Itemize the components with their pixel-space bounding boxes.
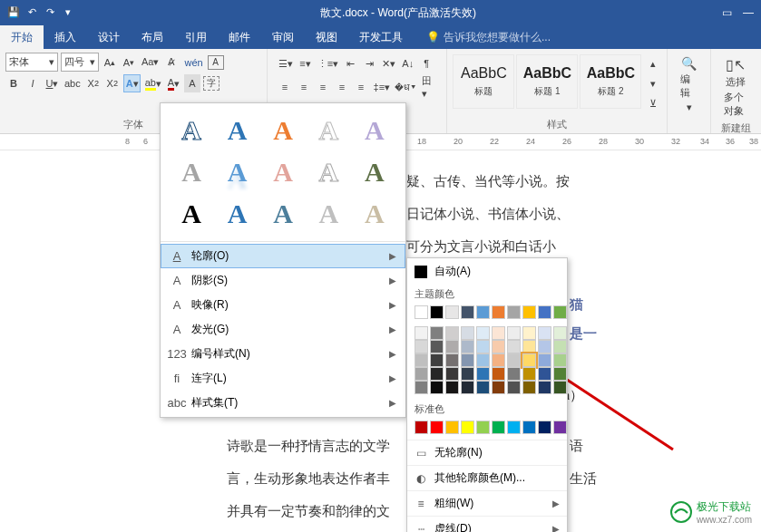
text-effect-preset[interactable]: A xyxy=(170,194,213,234)
color-swatch[interactable] xyxy=(415,421,428,434)
tab-design[interactable]: 设计 xyxy=(87,25,131,49)
text-effects-button[interactable]: A▾ xyxy=(123,74,141,92)
style-heading1[interactable]: AaBbC标题 1 xyxy=(516,54,578,109)
color-swatch[interactable] xyxy=(492,367,505,381)
change-case-button[interactable]: Aa▾ xyxy=(140,53,161,72)
no-outline-item[interactable]: ▭无轮廓(N) xyxy=(407,440,567,465)
color-swatch[interactable] xyxy=(507,340,521,353)
text-effect-preset[interactable]: A xyxy=(215,194,259,234)
tab-insert[interactable]: 插入 xyxy=(44,25,87,49)
text-effect-preset[interactable]: A xyxy=(307,111,350,150)
color-swatch[interactable] xyxy=(538,326,551,340)
font-color-button[interactable]: A▾ xyxy=(165,74,181,92)
text-effect-preset[interactable]: A xyxy=(307,194,350,234)
styles-scroll-up[interactable]: ▴ xyxy=(645,54,661,73)
text-effect-preset[interactable]: A xyxy=(261,152,305,192)
line-spacing-button[interactable]: ‡≡▾ xyxy=(372,78,391,96)
color-swatch[interactable] xyxy=(445,367,459,381)
number-style-menu-item[interactable]: 123编号样式(N)▶ xyxy=(161,342,405,366)
color-swatch[interactable] xyxy=(538,421,551,434)
color-swatch[interactable] xyxy=(522,381,536,394)
color-swatch[interactable] xyxy=(430,421,444,434)
color-swatch[interactable] xyxy=(492,326,505,340)
color-swatch[interactable] xyxy=(553,421,567,434)
text-effect-preset[interactable]: A xyxy=(353,194,396,234)
color-swatch[interactable] xyxy=(492,421,505,434)
color-swatch[interactable] xyxy=(507,305,521,319)
color-swatch[interactable] xyxy=(476,353,490,367)
sort-button[interactable]: A↓ xyxy=(399,54,415,73)
superscript-button[interactable]: X2 xyxy=(104,74,121,92)
color-swatch[interactable] xyxy=(553,381,567,394)
color-swatch[interactable] xyxy=(553,340,567,353)
color-swatch[interactable] xyxy=(415,353,428,367)
style-title[interactable]: AaBbC标题 xyxy=(453,54,514,109)
align-left-button[interactable]: ≡ xyxy=(277,78,293,96)
color-swatch[interactable] xyxy=(476,326,490,340)
color-swatch[interactable] xyxy=(553,353,567,367)
undo-icon[interactable]: ↶ xyxy=(25,6,38,19)
text-effect-preset[interactable]: A xyxy=(307,152,350,192)
strikethrough-button[interactable]: abc xyxy=(63,74,83,92)
more-colors-item[interactable]: ◐其他轮廓颜色(M)... xyxy=(407,465,567,490)
justify-button[interactable]: ≡ xyxy=(334,78,350,96)
color-swatch[interactable] xyxy=(492,381,505,394)
color-swatch[interactable] xyxy=(476,305,490,319)
text-effect-preset[interactable]: A xyxy=(170,152,213,192)
shrink-font-button[interactable]: A▾ xyxy=(121,53,137,72)
borders-button[interactable]: 田▾ xyxy=(420,78,437,96)
bold-button[interactable]: B xyxy=(5,74,22,92)
color-swatch[interactable] xyxy=(461,421,474,434)
text-effect-preset[interactable]: A xyxy=(353,152,396,192)
color-swatch[interactable] xyxy=(461,305,474,319)
underline-button[interactable]: U▾ xyxy=(44,74,60,92)
show-marks-button[interactable]: ¶ xyxy=(418,54,434,73)
color-swatch[interactable] xyxy=(415,326,428,340)
weight-item[interactable]: ≡粗细(W)▶ xyxy=(407,490,567,516)
color-swatch[interactable] xyxy=(445,305,459,319)
color-swatch[interactable] xyxy=(553,305,567,319)
find-icon[interactable]: 🔍 xyxy=(681,56,697,71)
qat-more-icon[interactable]: ▾ xyxy=(62,6,74,19)
color-swatch[interactable] xyxy=(507,381,521,394)
reflection-menu-item[interactable]: A映像(R)▶ xyxy=(161,293,405,317)
tab-review[interactable]: 审阅 xyxy=(261,25,305,49)
styleset-menu-item[interactable]: abc样式集(T)▶ xyxy=(161,391,405,415)
tab-view[interactable]: 视图 xyxy=(305,25,348,49)
color-swatch[interactable] xyxy=(492,340,505,353)
dashes-item[interactable]: ┄虚线(D)▶ xyxy=(407,516,567,532)
tell-me-box[interactable]: 💡告诉我您想要做什么... xyxy=(426,30,551,45)
color-swatch[interactable] xyxy=(461,326,474,340)
color-swatch[interactable] xyxy=(522,421,536,434)
color-swatch[interactable] xyxy=(476,367,490,381)
clear-format-button[interactable]: A̷ xyxy=(163,53,180,72)
text-effect-preset[interactable]: A xyxy=(261,194,305,234)
color-swatch[interactable] xyxy=(507,421,521,434)
color-swatch[interactable] xyxy=(461,340,474,353)
color-swatch[interactable] xyxy=(507,367,521,381)
color-swatch[interactable] xyxy=(492,305,505,319)
color-swatch[interactable] xyxy=(476,381,490,394)
color-swatch[interactable] xyxy=(415,367,428,381)
increase-indent-button[interactable]: ⇥ xyxy=(361,54,377,73)
color-swatch[interactable] xyxy=(461,353,474,367)
color-swatch[interactable] xyxy=(476,421,490,434)
text-effect-preset[interactable]: A xyxy=(353,111,396,150)
italic-button[interactable]: I xyxy=(24,74,41,92)
color-swatch[interactable] xyxy=(538,367,551,381)
color-swatch[interactable] xyxy=(461,381,474,394)
color-swatch[interactable] xyxy=(538,305,551,319)
color-swatch[interactable] xyxy=(415,305,428,319)
color-swatch[interactable] xyxy=(445,326,459,340)
color-swatch[interactable] xyxy=(522,367,536,381)
color-swatch[interactable] xyxy=(507,353,521,367)
multilevel-button[interactable]: ⋮≡▾ xyxy=(316,54,339,73)
auto-color-item[interactable]: 自动(A) xyxy=(407,258,567,285)
color-swatch[interactable] xyxy=(492,353,505,367)
color-swatch[interactable] xyxy=(522,326,536,340)
color-swatch[interactable] xyxy=(507,326,521,340)
text-effect-preset[interactable]: A xyxy=(215,111,259,150)
text-effect-preset[interactable]: A xyxy=(215,152,259,192)
text-effect-preset[interactable]: A xyxy=(170,111,213,150)
character-shading-button[interactable]: A xyxy=(184,74,200,92)
